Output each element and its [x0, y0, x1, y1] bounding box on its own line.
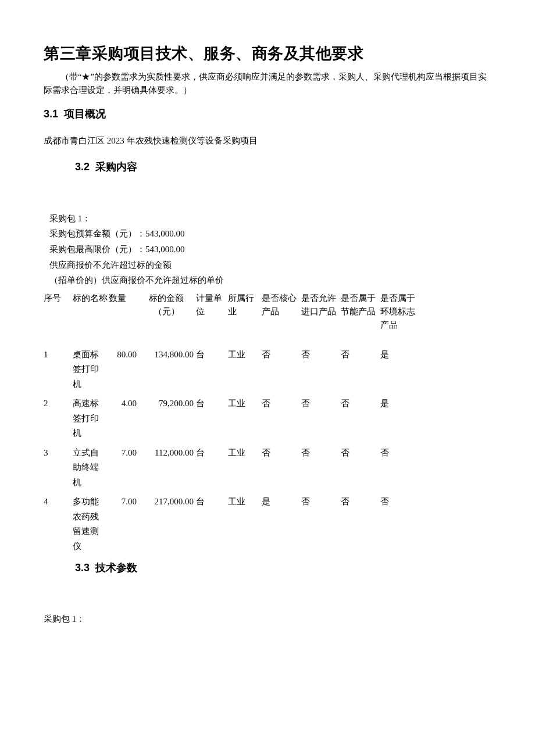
section-3-3-heading: 3.3 技术参数 — [44, 560, 491, 577]
cell-amount: 134,800.00 — [139, 347, 196, 363]
cell-unit: 台 — [196, 495, 228, 510]
cell-env: 是 — [380, 347, 420, 363]
section-3-1-heading: 3.1 项目概况 — [44, 106, 491, 123]
rule-line-2: （招单价的）供应商报价不允许超过标的单价 — [49, 273, 491, 288]
col-core: 是否核心 产品 — [262, 292, 301, 319]
section-number: 3.2 — [75, 161, 90, 173]
cell-energy: 否 — [341, 446, 380, 461]
cell-name: 多功能 农药残 留速测 仪 — [73, 495, 109, 554]
cell-energy: 否 — [341, 347, 380, 363]
cell-amount: 112,000.00 — [139, 446, 196, 461]
table-header-row: 序号 标的名称 数量 标的金额 （元） 计量单位 所属行业 是否核心 产品 是否… — [44, 292, 491, 332]
cell-amount: 217,000.00 — [139, 495, 196, 510]
col-qty: 数量 — [109, 292, 139, 305]
section-number: 3.3 — [75, 562, 90, 574]
cell-name: 高速标 签打印 机 — [73, 396, 109, 441]
cell-unit: 台 — [196, 396, 228, 411]
cell-industry: 工业 — [228, 446, 262, 461]
col-seq: 序号 — [44, 292, 73, 305]
cell-name: 立式自 助终端 机 — [73, 446, 109, 490]
cell-env: 是 — [380, 396, 420, 411]
rule-line-1: 供应商报价不允许超过标的金额 — [49, 257, 491, 273]
col-unit: 计量单位 — [196, 292, 228, 319]
cell-core: 否 — [262, 446, 301, 461]
budget-line: 采购包预算金额（元）：543,000.00 — [49, 226, 491, 242]
cell-import: 否 — [301, 446, 341, 461]
table-row: 3 立式自 助终端 机 7.00 112,000.00 台 工业 否 否 否 否 — [44, 446, 491, 490]
cell-qty: 7.00 — [109, 495, 139, 510]
cell-industry: 工业 — [228, 495, 262, 510]
cell-amount: 79,200.00 — [139, 396, 196, 411]
cell-qty: 80.00 — [109, 347, 139, 363]
package-label: 采购包 1： — [49, 211, 491, 227]
section-3-2-heading: 3.2 采购内容 — [44, 159, 491, 176]
section-number: 3.1 — [44, 108, 58, 120]
cell-core: 否 — [262, 396, 301, 411]
chapter-title: 第三章采购项目技术、服务、商务及其他要求 — [44, 41, 491, 67]
cell-core: 是 — [262, 495, 301, 510]
cell-energy: 否 — [341, 396, 380, 411]
col-import: 是否允许 进口产品 — [301, 292, 341, 319]
intro-note: （带“★”的参数需求为实质性要求，供应商必须响应并满足的参数需求，采购人、采购代… — [44, 70, 491, 98]
col-env: 是否属于 环境标志 产品 — [380, 292, 420, 332]
table-row: 2 高速标 签打印 机 4.00 79,200.00 台 工业 否 否 否 是 — [44, 396, 491, 441]
cell-seq: 2 — [44, 396, 73, 411]
cell-energy: 否 — [341, 495, 380, 510]
procurement-table: 序号 标的名称 数量 标的金额 （元） 计量单位 所属行业 是否核心 产品 是否… — [44, 292, 491, 554]
col-energy: 是否属于 节能产品 — [341, 292, 380, 319]
cell-seq: 3 — [44, 446, 73, 461]
cell-name: 桌面标 签打印 机 — [73, 347, 109, 392]
section-title: 采购内容 — [95, 161, 137, 173]
table-row: 4 多功能 农药残 留速测 仪 7.00 217,000.00 台 工业 是 否… — [44, 495, 491, 554]
col-industry: 所属行业 — [228, 292, 262, 319]
cell-import: 否 — [301, 347, 341, 363]
col-name: 标的名称 — [73, 292, 109, 305]
cell-qty: 7.00 — [109, 446, 139, 461]
cell-core: 否 — [262, 347, 301, 363]
cell-unit: 台 — [196, 347, 228, 363]
cell-unit: 台 — [196, 446, 228, 461]
section-title: 项目概况 — [64, 108, 106, 120]
ceiling-line: 采购包最高限价（元）：543,000.00 — [49, 242, 491, 257]
cell-seq: 4 — [44, 495, 73, 510]
cell-env: 否 — [380, 446, 420, 461]
cell-import: 否 — [301, 396, 341, 411]
section-title: 技术参数 — [95, 562, 137, 574]
cell-industry: 工业 — [228, 396, 262, 411]
cell-seq: 1 — [44, 347, 73, 363]
table-row: 1 桌面标 签打印 机 80.00 134,800.00 台 工业 否 否 否 … — [44, 347, 491, 392]
col-amount: 标的金额 （元） — [139, 292, 196, 319]
cell-qty: 4.00 — [109, 396, 139, 411]
cell-import: 否 — [301, 495, 341, 510]
project-overview: 成都市青白江区 2023 年农残快速检测仪等设备采购项目 — [44, 134, 491, 148]
cell-env: 否 — [380, 495, 420, 510]
cell-industry: 工业 — [228, 347, 262, 363]
package-info-block: 采购包 1： 采购包预算金额（元）：543,000.00 采购包最高限价（元）：… — [44, 211, 491, 288]
footer-package-label: 采购包 1： — [44, 612, 491, 626]
